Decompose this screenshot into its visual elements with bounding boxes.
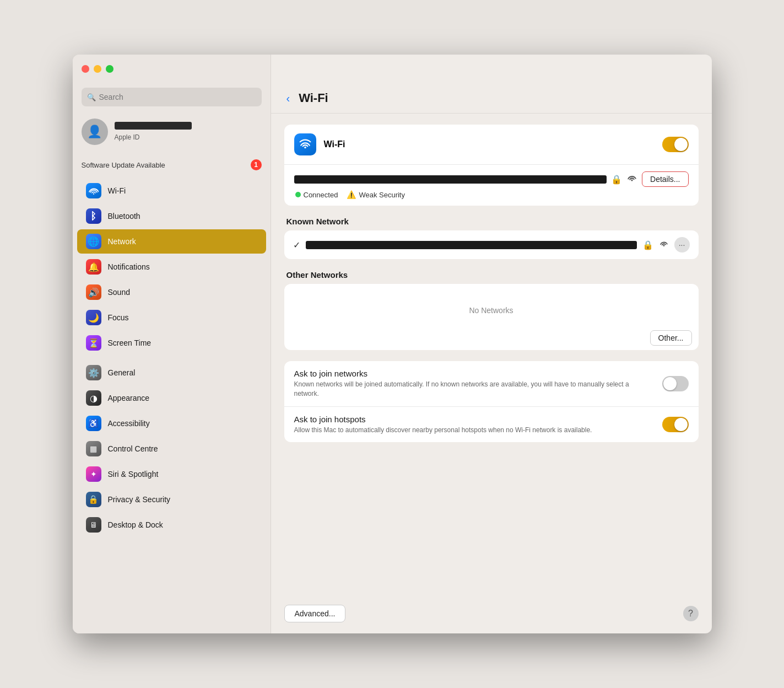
ask-join-toggle[interactable] <box>662 376 689 391</box>
software-update-text: Software Update Available <box>82 161 246 169</box>
bluetooth-icon: ᛒ <box>86 208 101 224</box>
no-networks-label: No Networks <box>284 284 699 326</box>
known-network-card: ✓ 🔒 ··· <box>284 230 699 259</box>
wifi-icon <box>86 183 101 198</box>
wifi-toggle[interactable] <box>662 137 689 152</box>
status-weak: ⚠️ Weak Security <box>347 190 405 199</box>
search-icon: 🔍 <box>87 93 96 101</box>
status-connected: Connected <box>295 190 338 199</box>
titlebar <box>73 55 712 83</box>
content-footer: Advanced... ? <box>271 598 712 633</box>
sidebar-item-privacy-security[interactable]: 🔒 Privacy & Security <box>77 487 266 512</box>
connected-lock-icon: 🔒 <box>611 174 622 185</box>
known-network-header: Known Network <box>284 217 699 226</box>
software-update-badge: 1 <box>251 159 262 170</box>
sidebar-item-label-siri: Siri & Spotlight <box>108 470 159 479</box>
privacy-icon: 🔒 <box>86 492 101 507</box>
content-body: Wi-Fi 🔒 Details <box>271 114 712 598</box>
minimize-button[interactable] <box>94 65 101 73</box>
apple-id-label: Apple ID <box>115 133 140 141</box>
sidebar-item-control-centre[interactable]: ▦ Control Centre <box>77 437 266 461</box>
sidebar-item-network[interactable]: 🌐 Network <box>77 229 266 254</box>
sidebar-item-label-desktop: Desktop & Dock <box>108 520 163 529</box>
network-icon: 🌐 <box>86 234 101 249</box>
appearance-icon: ◑ <box>86 390 101 406</box>
wifi-header-label: Wi-Fi <box>324 139 655 149</box>
sidebar-item-screen-time[interactable]: ⏳ Screen Time <box>77 331 266 355</box>
sidebar-item-bluetooth[interactable]: ᛒ Bluetooth <box>77 204 266 228</box>
details-button[interactable]: Details... <box>642 171 688 187</box>
sidebar-item-label-screen-time: Screen Time <box>108 338 152 347</box>
weak-security-label: Weak Security <box>359 191 405 199</box>
sidebar-item-label-control-centre: Control Centre <box>108 444 158 453</box>
software-update-row[interactable]: Software Update Available 1 <box>73 155 271 175</box>
back-button[interactable]: ‹ <box>284 92 293 105</box>
sidebar-item-sound[interactable]: 🔊 Sound <box>77 280 266 304</box>
known-network-more-button[interactable]: ··· <box>674 237 690 252</box>
sidebar-item-notifications[interactable]: 🔔 Notifications <box>77 255 266 279</box>
other-network-button[interactable]: Other... <box>650 330 692 346</box>
avatar: 👤 <box>82 119 108 145</box>
sidebar-item-desktop-dock[interactable]: 🖥 Desktop & Dock <box>77 513 266 537</box>
notifications-icon: 🔔 <box>86 259 101 275</box>
wifi-large-icon <box>294 133 316 155</box>
ask-hotspot-row: Ask to join hotspots Allow this Mac to a… <box>284 406 699 443</box>
other-networks-card: No Networks Other... <box>284 284 699 350</box>
sidebar-item-label-accessibility: Accessibility <box>108 419 150 428</box>
sidebar-item-label-privacy: Privacy & Security <box>108 495 171 504</box>
ask-join-row: Ask to join networks Known networks will… <box>284 361 699 406</box>
content-header: ‹ Wi-Fi <box>271 83 712 114</box>
help-button[interactable]: ? <box>683 606 699 621</box>
desktop-icon: 🖥 <box>86 517 101 533</box>
sidebar-item-wifi[interactable]: Wi-Fi <box>77 179 266 203</box>
ask-hotspot-desc: Allow this Mac to automatically discover… <box>294 426 655 435</box>
network-row-top: 🔒 Details... <box>294 171 689 187</box>
known-network-row: ✓ 🔒 ··· <box>284 230 699 259</box>
checkmark-icon: ✓ <box>293 240 300 250</box>
warning-icon: ⚠️ <box>347 190 356 199</box>
accessibility-icon: ♿ <box>86 416 101 431</box>
sidebar-item-siri-spotlight[interactable]: ✦ Siri & Spotlight <box>77 462 266 486</box>
general-icon: ⚙️ <box>86 365 101 380</box>
toggle-knob <box>674 138 688 151</box>
sidebar-item-general[interactable]: ⚙️ General <box>77 361 266 385</box>
screen-time-icon: ⏳ <box>86 335 101 351</box>
search-input[interactable] <box>99 93 256 101</box>
ask-join-knob <box>663 377 677 390</box>
sidebar-item-focus[interactable]: 🌙 Focus <box>77 305 266 330</box>
known-lock-icon: 🔒 <box>642 240 653 250</box>
apple-id-name <box>115 122 192 130</box>
main-content: ‹ Wi-Fi Wi-Fi <box>271 55 712 633</box>
close-button[interactable] <box>82 65 89 73</box>
control-centre-icon: ▦ <box>86 441 101 456</box>
search-bar[interactable]: 🔍 <box>82 88 262 106</box>
connected-network-name <box>294 175 607 184</box>
sidebar-item-accessibility[interactable]: ♿ Accessibility <box>77 411 266 436</box>
other-networks-header: Other Networks <box>284 270 699 280</box>
sidebar-item-appearance[interactable]: ◑ Appearance <box>77 386 266 410</box>
ask-hotspot-title: Ask to join hotspots <box>294 415 655 424</box>
wifi-toggle-card: Wi-Fi 🔒 Details <box>284 125 699 206</box>
ask-join-desc: Known networks will be joined automatica… <box>294 380 655 399</box>
ask-hotspot-knob <box>674 418 688 431</box>
sound-icon: 🔊 <box>86 284 101 300</box>
known-network-name <box>306 241 637 249</box>
ask-hotspot-toggle[interactable] <box>662 417 689 432</box>
maximize-button[interactable] <box>106 65 113 73</box>
ask-join-title: Ask to join networks <box>294 369 655 378</box>
sidebar-item-label-bluetooth: Bluetooth <box>108 212 140 221</box>
advanced-button[interactable]: Advanced... <box>284 605 346 622</box>
known-wifi-signal <box>659 240 669 250</box>
other-networks-footer: Other... <box>284 326 699 350</box>
connected-dot <box>295 192 301 197</box>
sidebar-item-label-sound: Sound <box>108 288 130 297</box>
wifi-header-row: Wi-Fi <box>284 125 699 164</box>
traffic-lights <box>82 65 113 73</box>
sidebar: 🔍 👤 Apple ID Software Update Available 1… <box>73 55 271 633</box>
apple-id-section[interactable]: 👤 Apple ID <box>73 113 271 150</box>
sidebar-item-label-wifi: Wi-Fi <box>108 186 126 195</box>
sidebar-item-label-network: Network <box>108 237 136 246</box>
siri-icon: ✦ <box>86 466 101 482</box>
sidebar-item-label-notifications: Notifications <box>108 262 150 271</box>
connected-network-row: 🔒 Details... Connected <box>284 164 699 206</box>
